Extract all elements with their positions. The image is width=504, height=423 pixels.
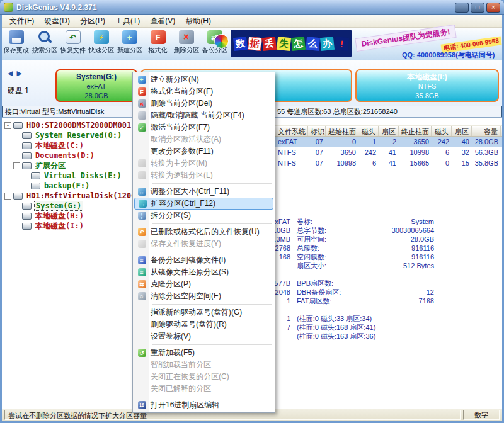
partition-block-fs: exFAT [57,82,136,91]
menu-separator [152,183,272,184]
menu-item-5[interactable]: 帮助(H) [180,14,216,28]
table-cell: 07 [308,137,326,147]
erase-free-icon [135,292,148,300]
context-menu-item-20[interactable]: 清除分区空闲空间(E) [134,290,273,302]
app-window: DiskGenius V4.9.2.371 – □ × 文件(F)硬盘(D)分区… [0,0,504,423]
tree-item-label: backup(F:) [43,181,91,190]
tree-item-0[interactable]: -HD0:ST2000DMST2000DM001-1CH1 [3,120,144,130]
menu-separator [152,304,272,305]
tree-item-1[interactable]: System Reserved(0:) [3,130,144,140]
context-menu-item-7: 转换为主分区(M) [134,157,273,169]
column-header: 扇区 [452,126,472,136]
menu-item-1[interactable]: 硬盘(D) [39,14,75,28]
context-menu-item-23[interactable]: 删除驱动器号(盘符)(R) [134,319,273,330]
menu-item-0[interactable]: 文件(F) [4,14,39,28]
prev-disk-arrow-icon[interactable]: ◀ [6,69,14,77]
context-menu-item-14[interactable]: 已删除或格式化后的文件恢复(U) [134,226,273,238]
context-menu-item-18[interactable]: 从镜像文件还原分区(S) [134,266,273,278]
tree-item-4[interactable]: -扩展分区 [3,161,144,171]
ad-qq-text: QQ: 4000089958(与电话同号) [402,50,495,60]
context-menu-item-24[interactable]: 设置卷标(V) [134,330,273,342]
extend-icon [136,200,149,208]
tree-item-3[interactable]: Documents(D:) [3,150,144,161]
context-menu-item-6[interactable]: 更改分区参数(F11) [134,145,273,157]
context-menu-item-1[interactable]: 格式化当前分区(F) [134,86,273,98]
menu-item-label: 删除驱动器号(盘符)(R) [151,319,227,330]
tree-item-6[interactable]: backup(F:) [3,181,144,191]
context-menu-item-2[interactable]: 删除当前分区(Del) [134,98,273,110]
context-menu-item-17[interactable]: 备份分区到镜像文件(I) [134,254,273,266]
context-menu-item-3[interactable]: 隐藏/取消隐藏 当前分区(F4) [134,110,273,121]
details-label: 空闲簇数: [297,252,379,261]
menu-item-label: 从镜像文件还原分区(S) [151,267,229,278]
partition-block-0[interactable]: System(G:)exFAT28.0GB [55,69,137,102]
tree-item-5[interactable]: Virtual Disks(E:) [3,171,144,181]
column-header: 终止柱面 [399,126,432,136]
context-menu-item-0[interactable]: 建立新分区(N) [134,74,273,86]
table-cell: 0 [326,137,358,147]
toolbar-new-partition-button[interactable]: 新建分区 [115,28,144,55]
tree-collapse-icon[interactable]: - [13,162,20,169]
new-partition-icon [122,30,137,44]
context-menu-item-27: 智能加载当前分区 [134,359,273,371]
table-cell: 32 [452,147,472,158]
table-cell: 56.3GB [472,147,501,158]
close-button[interactable]: × [486,3,500,13]
menu-item-label: 取消分区激活状态(A) [151,134,221,145]
context-menu-item-10[interactable]: 调整分区大小(Ctrl_F11) [134,186,273,198]
menu-item-4[interactable]: 查看(V) [145,14,180,28]
context-menu-item-12[interactable]: 拆分分区(S) [134,210,273,222]
format-icon [151,30,166,44]
disk-info-left: 接口:Virtual 型号:MsftVirtualDisk [5,107,104,116]
tree-item-7[interactable]: -HD1:MsftVirtualDisk(120GB) [3,191,144,201]
tree-collapse-icon[interactable]: - [4,193,11,200]
minimize-button[interactable]: – [455,3,469,13]
table-cell: 2 [379,137,399,147]
context-menu-item-5: 取消分区激活状态(A) [134,133,273,145]
tree-collapse-icon[interactable]: - [4,122,11,129]
tree-item-8[interactable]: System(G:) [3,201,144,211]
table-cell: 41 [379,158,399,169]
drive-icon [31,172,40,179]
toolbar-button-label: 搜索分区 [32,46,57,55]
context-menu-item-11[interactable]: 扩容分区(Ctrl_F12) [134,198,273,210]
context-menu-item-19[interactable]: 克隆分区(P) [134,278,273,290]
toolbar-recover-file-button[interactable]: 恢复文件 [59,28,87,55]
delete-partition-icon [135,99,148,108]
column-header: 标识 [308,126,326,136]
menu-item-3[interactable]: 工具(T) [110,14,145,28]
tree-item-2[interactable]: 本地磁盘(C:) [3,140,144,150]
toolbar-delete-partition-button[interactable]: 删除分区 [172,28,200,55]
menu-separator [152,397,272,397]
table-cell: 242 [358,147,379,158]
tree-item-9[interactable]: 本地磁盘(H:) [3,211,144,221]
menu-item-2[interactable]: 分区(P) [75,14,110,28]
diskgenius-logo-icon [214,34,229,48]
window-controls: – □ × [455,3,500,13]
context-menu-item-31[interactable]: 打开16进制扇区编辑 [134,399,273,411]
clone-icon [135,280,148,288]
tree-item-label: 本地磁盘(H:) [34,211,85,222]
status-indicator: 数字 [463,410,500,420]
context-menu-item-4[interactable]: 激活当前分区(F7) [134,121,273,133]
ad-banner[interactable]: 数据丢失怎么办! DiskGenius团队为您服务! 电话: 400-008-9… [231,29,501,59]
maximize-button[interactable]: □ [471,3,484,13]
partition-block-size: 28.0GB [57,91,136,101]
next-disk-arrow-icon[interactable]: ▶ [14,69,23,77]
partition-block-2[interactable]: 本地磁盘(I:)NTFS35.8GB [355,69,499,102]
toolbar-format-button[interactable]: 格式化 [144,28,172,55]
context-menu-item-22[interactable]: 指派新的驱动器号(盘符)(G) [134,307,273,319]
context-menu-item-26[interactable]: 重新加载(F5) [134,347,273,359]
table-cell: 0 [432,158,452,169]
toolbar-save-button[interactable]: 保存更改 [2,28,30,55]
table-cell: 1 [358,137,379,147]
ad-char-tile: 么 [306,36,320,50]
toolbar-quick-partition-button[interactable]: 快速分区 [87,28,115,55]
tree-item-10[interactable]: 本地磁盘(I:) [3,221,144,231]
column-header: 起始柱面 [326,126,358,136]
table-cell: 6 [358,158,379,169]
current-disk-label: 硬盘 1 [8,86,29,96]
partition-block-size: 35.8GB [357,91,498,101]
menu-item-label: 关闭已解释的分区 [151,383,211,394]
toolbar-search-button[interactable]: 搜索分区 [30,28,59,55]
